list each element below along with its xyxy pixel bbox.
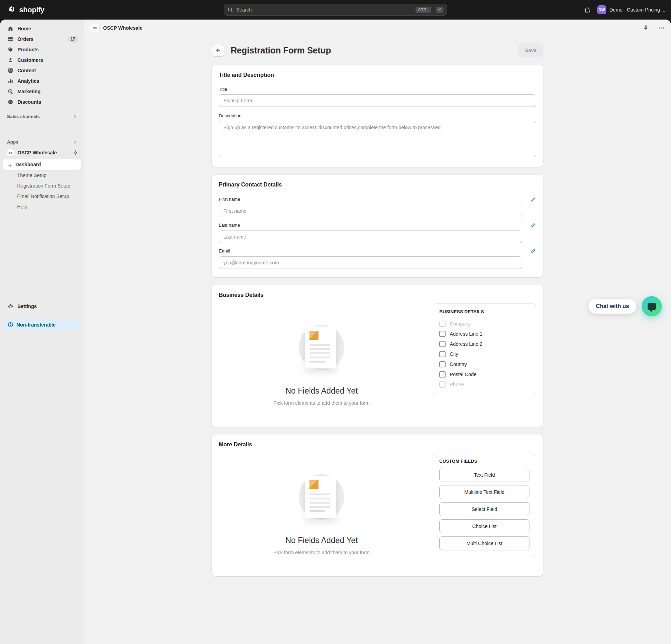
elbow-arrow-icon: [7, 162, 12, 167]
empty-document-illustration: [299, 474, 344, 520]
phone-checkbox: [439, 381, 446, 388]
speech-bubble-icon: [648, 303, 656, 310]
empty-state-title: No Fields Added Yet: [285, 386, 358, 396]
business-empty-state: No Fields Added Yet Pick form elements t…: [219, 303, 424, 420]
sidebar-item-dashboard[interactable]: Dashboard: [3, 159, 81, 170]
choice-list-button[interactable]: Choice List: [439, 519, 529, 533]
checkbox-row-phone: Phone: [439, 379, 529, 389]
edit-pencil-icon[interactable]: [530, 248, 536, 254]
text-field-button[interactable]: Text Field: [439, 468, 529, 482]
plan-status-badge[interactable]: Non-transferable: [3, 319, 80, 330]
checkbox-row-city[interactable]: City: [439, 349, 529, 359]
multiline-text-field-button[interactable]: Multiline Text Field: [439, 485, 529, 499]
sidebar-section-apps[interactable]: Apps: [0, 133, 84, 147]
chat-with-us-button[interactable]: Chat with us: [589, 299, 636, 314]
more-options-icon[interactable]: [658, 25, 665, 31]
country-checkbox[interactable]: [439, 361, 446, 367]
sidebar: Home Orders 17 Products Customers: [0, 20, 84, 644]
sidebar-item-registration-form-setup[interactable]: Registration Form Setup: [0, 181, 84, 191]
form-description-textarea[interactable]: [219, 121, 536, 157]
customers-icon: [7, 57, 14, 64]
notifications-bell-icon[interactable]: [584, 6, 591, 14]
page-title: Registration Form Setup: [231, 45, 331, 56]
home-icon: [7, 25, 14, 32]
description-label: Description: [219, 113, 536, 118]
custom-fields-panel: CUSTOM FIELDS Text Field Multiline Text …: [433, 453, 536, 557]
search-icon: [228, 7, 233, 13]
orders-count-badge: 17: [67, 36, 78, 43]
select-field-button[interactable]: Select Field: [439, 502, 529, 516]
sidebar-item-orders[interactable]: Orders 17: [3, 34, 81, 44]
sidebar-item-content[interactable]: Content: [3, 66, 81, 75]
sidebar-app-oscp-wholesale[interactable]: oc OSCP Wholesale: [3, 147, 81, 158]
more-empty-state: No Fields Added Yet Pick form elements t…: [219, 453, 424, 569]
checkbox-row-country[interactable]: Country: [439, 359, 529, 369]
pin-icon[interactable]: [643, 25, 649, 31]
main-area: oc OSCP Wholesale: [84, 20, 671, 644]
analytics-bars-icon: [7, 78, 14, 85]
edit-pencil-icon[interactable]: [530, 222, 536, 228]
sidebar-item-discounts[interactable]: Discounts: [3, 97, 81, 107]
city-checkbox[interactable]: [439, 351, 446, 357]
more-details-card: More Details: [212, 434, 543, 576]
form-title-input[interactable]: [219, 94, 536, 107]
orders-icon: [7, 36, 14, 43]
email-input[interactable]: [219, 256, 522, 269]
first-name-label: First name: [219, 197, 240, 202]
avatar: DW: [597, 5, 606, 14]
shopify-wordmark: shopify: [19, 6, 44, 14]
sidebar-bottom: Settings Non-transferable: [0, 301, 84, 330]
address-line-2-checkbox[interactable]: [439, 341, 446, 347]
empty-document-illustration: [299, 325, 344, 370]
sidebar-item-label: Dashboard: [15, 162, 41, 167]
panel-title: BUSINESS DETAILS: [439, 309, 529, 314]
business-details-card: Business Details: [212, 285, 543, 427]
address-line-1-checkbox[interactable]: [439, 331, 446, 337]
sidebar-item-settings[interactable]: Settings: [3, 301, 81, 312]
content-icon: [7, 67, 14, 74]
chevron-right-icon: [73, 115, 77, 118]
back-button[interactable]: [212, 44, 224, 57]
sidebar-item-label: Content: [17, 68, 36, 73]
business-details-panel: BUSINESS DETAILS Company Address Line 1: [433, 303, 536, 395]
kbd-k: K: [436, 7, 443, 13]
gear-icon: [7, 303, 14, 310]
company-checkbox: [439, 321, 446, 327]
sidebar-item-customers[interactable]: Customers: [3, 55, 81, 65]
sidebar-item-marketing[interactable]: Marketing: [3, 87, 81, 96]
sidebar-item-home[interactable]: Home: [3, 24, 81, 34]
checkbox-row-address-line-2[interactable]: Address Line 2: [439, 339, 529, 349]
global-search-input[interactable]: Search CTRL K: [224, 4, 447, 16]
chat-widget: Chat with us: [589, 296, 662, 316]
multi-choice-list-button[interactable]: Multi Choice List: [439, 536, 529, 550]
shopify-logo[interactable]: shopify: [8, 5, 44, 14]
oscp-app-logo: oc: [90, 23, 99, 32]
sidebar-item-analytics[interactable]: Analytics: [3, 76, 81, 86]
postal-code-checkbox[interactable]: [439, 371, 446, 378]
pin-icon[interactable]: [73, 150, 78, 155]
sidebar-item-products[interactable]: Products: [3, 45, 81, 54]
page-header: Registration Form Setup Save: [212, 43, 543, 57]
sidebar-item-help[interactable]: Help: [0, 202, 84, 212]
empty-state-title: No Fields Added Yet: [285, 536, 358, 545]
shopify-bag-icon: [8, 5, 17, 14]
info-icon: [8, 322, 13, 328]
card-heading: Primary Contact Details: [219, 182, 536, 188]
marketing-target-icon: [7, 88, 14, 95]
sidebar-item-email-notification-setup[interactable]: Email Notification Setup: [0, 191, 84, 202]
first-name-input[interactable]: [219, 205, 522, 217]
page-content: Registration Form Setup Save Title and D…: [84, 36, 671, 644]
checkbox-row-address-line-1[interactable]: Address Line 1: [439, 329, 529, 339]
user-menu[interactable]: DW Demo - Custom Pricing ...: [597, 5, 665, 14]
edit-pencil-icon[interactable]: [530, 196, 536, 202]
panel-title: CUSTOM FIELDS: [439, 459, 529, 464]
chat-launcher-button[interactable]: [642, 296, 662, 316]
sidebar-section-sales-channels[interactable]: Sales channels: [0, 108, 84, 121]
save-button[interactable]: Save: [518, 43, 543, 57]
checkbox-row-postal-code[interactable]: Postal Code: [439, 369, 529, 379]
last-name-input[interactable]: [219, 230, 522, 243]
products-tag-icon: [7, 46, 14, 53]
email-label: Email: [219, 248, 230, 254]
card-heading: Title and Description: [219, 72, 536, 78]
sidebar-item-theme-setup[interactable]: Theme Setup: [0, 170, 84, 181]
